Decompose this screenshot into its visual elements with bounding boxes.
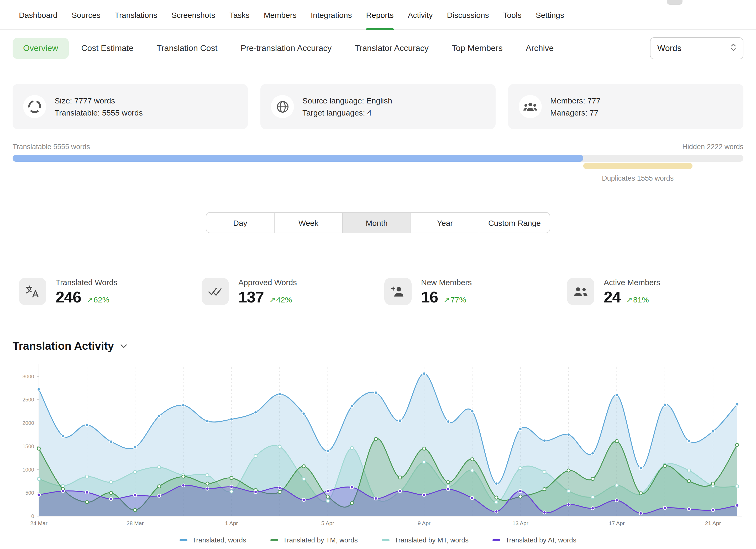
nav-item-members[interactable]: Members	[264, 0, 297, 29]
legend-swatch-mt	[382, 539, 390, 541]
approved-words-stat-body: Approved Words 137 ↗42%	[238, 278, 297, 306]
tab-overview[interactable]: Overview	[13, 38, 69, 59]
translation-activity-title: Translation Activity	[13, 340, 114, 352]
stat-delta: ↗81%	[626, 295, 649, 305]
project-info-cards: Size: 7777 words Translatable: 5555 word…	[13, 84, 743, 129]
translation-activity-chart[interactable]: 05001000150020002500300024 Mar28 Mar1 Ap…	[13, 359, 743, 535]
size-line: Size: 7777 words	[55, 95, 143, 107]
tab-top-members[interactable]: Top Members	[441, 38, 513, 59]
range-month-button[interactable]: Month	[342, 212, 411, 233]
new-members-stat-body: New Members 16 ↗77%	[421, 278, 472, 306]
trend-up-icon: ↗	[86, 295, 93, 305]
active-members-stat-body: Active Members 24 ↗81%	[604, 278, 660, 306]
members-line: Members: 777	[550, 95, 601, 107]
reports-page: Dashboard Sources Translations Screensho…	[0, 0, 756, 549]
legend-label: Translated by AI, words	[505, 536, 576, 544]
legend-swatch-ai	[493, 539, 501, 541]
stat-delta-value: 81%	[633, 295, 649, 304]
legend-item-ai[interactable]: Translated by AI, words	[493, 536, 576, 544]
members-icon	[519, 95, 542, 118]
chart-legend: Translated, words Translated by TM, word…	[13, 536, 743, 544]
svg-text:21 Apr: 21 Apr	[705, 520, 721, 526]
svg-text:1500: 1500	[23, 443, 34, 449]
select-arrows-icon	[731, 43, 736, 54]
legend-item-tm[interactable]: Translated by TM, words	[270, 536, 358, 544]
managers-line: Managers: 77	[550, 107, 601, 119]
svg-text:500: 500	[25, 490, 34, 496]
tab-translator-accuracy[interactable]: Translator Accuracy	[344, 38, 439, 59]
unit-selector[interactable]: Words	[650, 37, 743, 59]
language-card-text: Source language: English Target language…	[302, 95, 392, 119]
legend-label: Translated by TM, words	[283, 536, 358, 544]
nav-item-tools[interactable]: Tools	[503, 0, 522, 29]
tab-pre-translation-accuracy[interactable]: Pre-translation Accuracy	[230, 38, 342, 59]
svg-text:1000: 1000	[23, 467, 34, 473]
svg-text:9 Apr: 9 Apr	[418, 520, 431, 526]
trend-up-icon: ↗	[269, 295, 276, 305]
word-breakdown-bars: Duplicates 1555 words	[13, 155, 743, 196]
new-members-stat: New Members 16 ↗77%	[378, 278, 561, 306]
globe-icon	[271, 95, 294, 118]
top-nav: Dashboard Sources Translations Screensho…	[0, 0, 756, 30]
unit-selector-value: Words	[657, 44, 681, 53]
double-check-icon	[202, 278, 229, 305]
duplicates-bar	[583, 163, 692, 169]
stat-delta-value: 77%	[450, 295, 466, 304]
stat-value: 137	[238, 288, 264, 306]
size-card-text: Size: 7777 words Translatable: 5555 word…	[55, 95, 143, 119]
stat-value: 16	[421, 288, 438, 306]
translatable-bar	[13, 155, 583, 162]
translated-words-stat: Translated Words 246 ↗62%	[13, 278, 195, 306]
nav-item-discussions[interactable]: Discussions	[447, 0, 489, 29]
legend-swatch-translated	[180, 539, 187, 541]
report-tabs-bar: Overview Cost Estimate Translation Cost …	[0, 30, 756, 67]
size-card: Size: 7777 words Translatable: 5555 word…	[13, 84, 248, 129]
svg-text:2000: 2000	[23, 420, 34, 426]
members-card: Members: 777 Managers: 77	[508, 84, 743, 129]
nav-item-screenshots[interactable]: Screenshots	[171, 0, 215, 29]
svg-text:17 Apr: 17 Apr	[609, 520, 625, 526]
stat-value: 24	[604, 288, 621, 306]
svg-text:28 Mar: 28 Mar	[127, 520, 144, 526]
word-breakdown-labels: Translatable 5555 words Hidden 2222 word…	[13, 143, 743, 151]
nav-item-activity[interactable]: Activity	[408, 0, 433, 29]
active-members-icon	[567, 278, 594, 305]
nav-item-translations[interactable]: Translations	[115, 0, 157, 29]
nav-item-tasks[interactable]: Tasks	[229, 0, 250, 29]
stat-delta-value: 62%	[93, 295, 109, 304]
range-day-button[interactable]: Day	[206, 212, 275, 233]
nav-item-dashboard[interactable]: Dashboard	[19, 0, 57, 29]
trend-up-icon: ↗	[443, 295, 450, 305]
chevron-down-icon[interactable]	[120, 341, 127, 351]
translate-icon	[19, 278, 46, 305]
tab-cost-estimate[interactable]: Cost Estimate	[71, 38, 144, 59]
target-languages-line: Target languages: 4	[302, 107, 392, 119]
tab-translation-cost[interactable]: Translation Cost	[146, 38, 228, 59]
nav-item-integrations[interactable]: Integrations	[311, 0, 352, 29]
active-members-stat: Active Members 24 ↗81%	[561, 278, 743, 306]
legend-item-mt[interactable]: Translated by MT, words	[382, 536, 469, 544]
legend-item-translated[interactable]: Translated, words	[180, 536, 246, 544]
nav-item-sources[interactable]: Sources	[72, 0, 101, 29]
stat-delta: ↗77%	[443, 295, 466, 305]
svg-text:24 Mar: 24 Mar	[30, 520, 47, 526]
add-member-icon	[384, 278, 412, 305]
nav-item-reports[interactable]: Reports	[366, 0, 393, 29]
nav-item-settings[interactable]: Settings	[536, 0, 564, 29]
legend-label: Translated, words	[192, 536, 246, 544]
stat-label: New Members	[421, 278, 472, 287]
range-year-button[interactable]: Year	[411, 212, 479, 233]
svg-text:1 Apr: 1 Apr	[225, 520, 238, 526]
range-week-button[interactable]: Week	[274, 212, 343, 233]
top-right-partial-button[interactable]	[667, 0, 683, 5]
stat-label: Approved Words	[238, 278, 297, 287]
approved-words-stat: Approved Words 137 ↗42%	[195, 278, 378, 306]
stat-delta: ↗62%	[86, 295, 109, 305]
tab-archive[interactable]: Archive	[515, 38, 564, 59]
stat-cards: Translated Words 246 ↗62% Approved Words…	[13, 278, 743, 306]
progress-ring-icon	[23, 95, 46, 118]
svg-text:2500: 2500	[23, 397, 34, 402]
trend-up-icon: ↗	[626, 295, 633, 305]
range-custom-button[interactable]: Custom Range	[479, 212, 550, 233]
svg-text:3000: 3000	[23, 374, 34, 379]
